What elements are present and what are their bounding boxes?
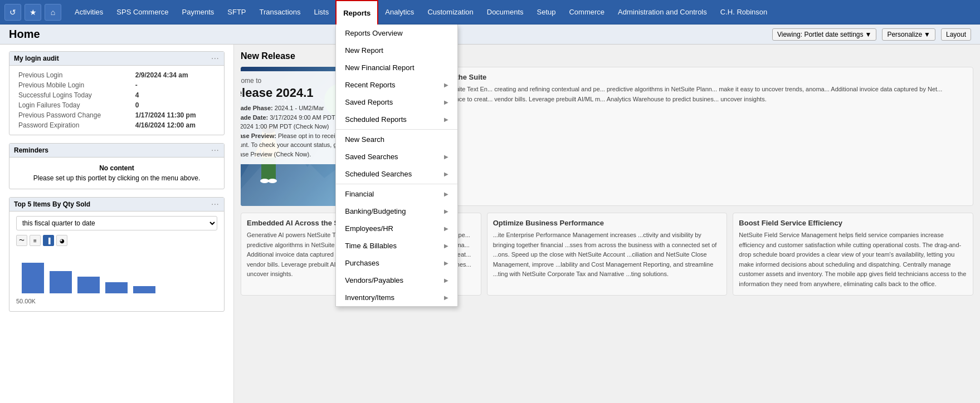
menu-item-new-report[interactable]: New Report [336,42,457,59]
arrow-icon: ▶ [444,260,448,266]
menu-item-scheduled-reports[interactable]: Scheduled Reports ▶ [336,111,457,128]
filter-button[interactable]: ≡ [30,235,41,246]
arrow-icon: ▶ [444,243,448,249]
nav-item-setup[interactable]: Setup [530,0,563,24]
table-row: Previous Mobile Login - [16,80,217,90]
dropdown-divider-2 [336,184,457,184]
embedded-ai-title: Embedded AI Across the Suite [382,73,967,81]
menu-item-employees-hr[interactable]: Employees/HR ▶ [336,220,457,237]
table-row: Previous Login 2/9/2024 4:34 am [16,70,217,80]
content-wrapper: Home Viewing: Portlet date settings ▼ Pe… [0,24,980,403]
header-bar: Home Viewing: Portlet date settings ▼ Pe… [0,24,980,45]
menu-item-purchases[interactable]: Purchases ▶ [336,254,457,272]
nav-item-reports[interactable]: Reports [335,0,378,24]
star-icon[interactable]: ★ [25,4,41,21]
layout-button[interactable]: Layout [941,28,971,41]
arrow-icon: ▶ [444,208,448,214]
table-row: Login Failures Today 0 [16,100,217,110]
personalize-button[interactable]: Personalize ▼ [882,28,935,41]
audit-value: 4/16/2024 12:00 am [133,120,217,130]
audit-label: Previous Login [16,70,133,80]
login-audit-body: Previous Login 2/9/2024 4:34 am Previous… [9,66,224,135]
reports-dropdown-menu: Reports Overview New Report New Financia… [335,24,458,307]
optimize-card-text: ...ite Enterprise Performance Management… [493,230,721,279]
nav-item-administration[interactable]: Administration and Controls [611,0,714,24]
svg-point-21 [260,179,269,183]
audit-table: Previous Login 2/9/2024 4:34 am Previous… [16,70,217,130]
optimize-card-title: Optimize Business Performance [493,219,721,227]
audit-value: 2/9/2024 4:34 am [133,70,217,80]
pie-chart-button[interactable]: ◕ [56,235,67,246]
nav-item-transactions[interactable]: Transactions [253,0,308,24]
svg-rect-2 [77,277,100,293]
arrow-icon: ▶ [444,116,448,122]
top5-header: Top 5 Items By Qty Sold ··· [9,198,224,212]
svg-rect-1 [50,271,72,293]
menu-item-vendors-payables[interactable]: Vendors/Payables ▶ [336,272,457,289]
line-chart-button[interactable]: 〜 [16,235,27,246]
nav-item-reports-wrapper: Reports Reports Overview New Report New … [335,0,378,24]
layout-label: Layout [946,31,966,38]
nav-item-ch-robinson[interactable]: C.H. Robinson [714,0,774,24]
reminders-message: Please set up this portlet by clicking o… [16,174,217,182]
boost-card: Boost Field Service Efficiency NetSuite … [733,213,973,296]
audit-value: 0 [133,100,217,110]
embedded-ai-text: Generative AI powers NetSuite Text En...… [382,85,967,104]
audit-value: - [133,80,217,90]
refresh-icon[interactable]: ↺ [4,4,21,21]
nav-item-sftp[interactable]: SFTP [221,0,252,24]
bar-chart-button[interactable]: ▐ [43,235,54,246]
upgrade-phase-label: Upgrade Phase: [241,105,273,111]
audit-value: 1/17/2024 11:30 pm [133,110,217,120]
svg-rect-4 [133,286,155,293]
home-icon[interactable]: ⌂ [45,4,61,21]
chart-area: 50.00K [16,249,217,307]
top-navigation: ↺ ★ ⌂ Activities SPS Commerce Payments S… [0,0,980,24]
menu-item-reports-overview[interactable]: Reports Overview [336,24,457,42]
menu-item-recent-reports[interactable]: Recent Reports ▶ [336,76,457,94]
reminders-header: Reminders ··· [9,144,224,158]
menu-item-inventory-items[interactable]: Inventory/Items ▶ [336,289,457,306]
nav-item-analytics[interactable]: Analytics [378,0,421,24]
left-panel: My login audit ··· Previous Login 2/9/20… [0,45,234,403]
arrow-icon: ▶ [444,294,448,301]
menu-item-saved-reports[interactable]: Saved Reports ▶ [336,94,457,111]
period-dropdown[interactable]: this fiscal quarter to date [16,216,217,230]
release-info-area: Embedded AI Across the Suite Generative … [376,67,973,206]
top5-body: this fiscal quarter to date 〜 ≡ ▐ ◕ [9,212,224,311]
audit-value: 4 [133,90,217,100]
table-row: Password Expiration 4/16/2024 12:00 am [16,120,217,130]
arrow-icon: ▶ [444,171,448,177]
nav-item-documents[interactable]: Documents [480,0,530,24]
arrow-icon: ▶ [444,82,448,88]
portlet-dots: ··· [212,148,220,154]
audit-label: Successful Logins Today [16,90,133,100]
nav-item-lists[interactable]: Lists [307,0,335,24]
page-title: Home [9,28,40,41]
pie-chart-icon: ◕ [60,238,65,244]
chart-value-label: 50.00K [16,298,217,304]
nav-item-commerce[interactable]: Commerce [562,0,611,24]
menu-item-financial[interactable]: Financial ▶ [336,185,457,203]
nav-item-customization[interactable]: Customization [421,0,480,24]
menu-item-scheduled-searches[interactable]: Scheduled Searches ▶ [336,165,457,183]
svg-rect-3 [105,282,128,293]
personalize-arrow-icon: ▼ [924,31,930,38]
arrow-icon: ▶ [444,191,448,197]
nav-item-payments[interactable]: Payments [175,0,221,24]
optimize-card: Optimize Business Performance ...ite Ent… [487,213,728,296]
boost-card-title: Boost Field Service Efficiency [739,219,967,227]
nav-item-activities[interactable]: Activities [68,0,110,24]
audit-label: Previous Mobile Login [16,80,133,90]
svg-point-22 [268,179,277,183]
viewing-portlet-button[interactable]: Viewing: Portlet date settings ▼ [772,28,876,41]
menu-item-new-search[interactable]: New Search [336,131,457,148]
menu-item-time-billables[interactable]: Time & Billables ▶ [336,237,457,254]
menu-item-banking-budgeting[interactable]: Banking/Budgeting ▶ [336,203,457,220]
nav-item-sps-commerce[interactable]: SPS Commerce [110,0,175,24]
main-layout: My login audit ··· Previous Login 2/9/20… [0,45,980,403]
release-preview-label: Release Preview: [241,132,276,139]
menu-item-new-financial-report[interactable]: New Financial Report [336,59,457,76]
menu-item-saved-searches[interactable]: Saved Searches ▶ [336,148,457,165]
upgrade-date-label: Upgrade Date: [241,114,268,121]
